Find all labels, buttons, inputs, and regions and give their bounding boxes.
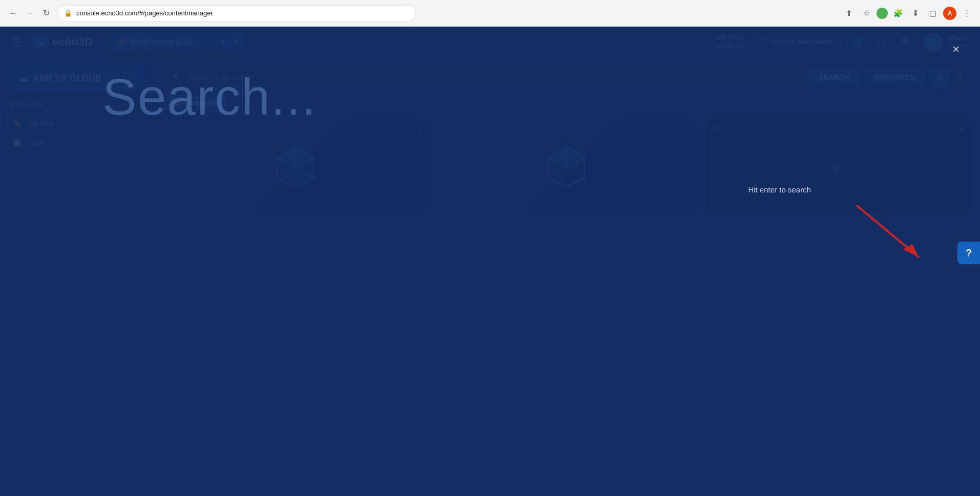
bookmark-button[interactable]: ☆ — [859, 6, 873, 20]
tab-button[interactable]: ▢ — [926, 6, 940, 20]
browser-actions: ⬆ ☆ 🧩 ⬇ ▢ A ⋮ — [842, 6, 974, 20]
download-button[interactable]: ⬇ — [908, 6, 923, 20]
url-text: console.echo3d.com/#/pages/contentmanage… — [76, 9, 409, 17]
search-overlay: Search... Hit enter to search × — [0, 27, 980, 496]
nav-buttons: ← → ↻ — [6, 6, 53, 20]
back-button[interactable]: ← — [6, 6, 20, 20]
close-overlay-button[interactable]: × — [952, 42, 960, 56]
forward-button[interactable]: → — [23, 6, 37, 20]
hit-enter-text: Hit enter to search — [748, 185, 811, 194]
lock-icon: 🔒 — [64, 9, 72, 17]
app-container: ☰ ☁ echo3D 🔑 spring-breeze-6724 ▼ + 496 … — [0, 27, 980, 496]
share-button[interactable]: ⬆ — [842, 6, 856, 20]
extension-dot — [877, 8, 888, 19]
red-arrow — [847, 196, 929, 267]
reload-button[interactable]: ↻ — [39, 6, 53, 20]
address-bar[interactable]: 🔒 console.echo3d.com/#/pages/contentmana… — [57, 5, 416, 21]
help-button[interactable]: ? — [957, 242, 980, 264]
profile-avatar[interactable]: A — [943, 7, 956, 20]
search-big-text: Search... — [102, 68, 317, 126]
menu-button[interactable]: ⋮ — [960, 6, 974, 20]
browser-chrome: ← → ↻ 🔒 console.echo3d.com/#/pages/conte… — [0, 0, 980, 27]
puzzle-button[interactable]: 🧩 — [891, 6, 905, 20]
